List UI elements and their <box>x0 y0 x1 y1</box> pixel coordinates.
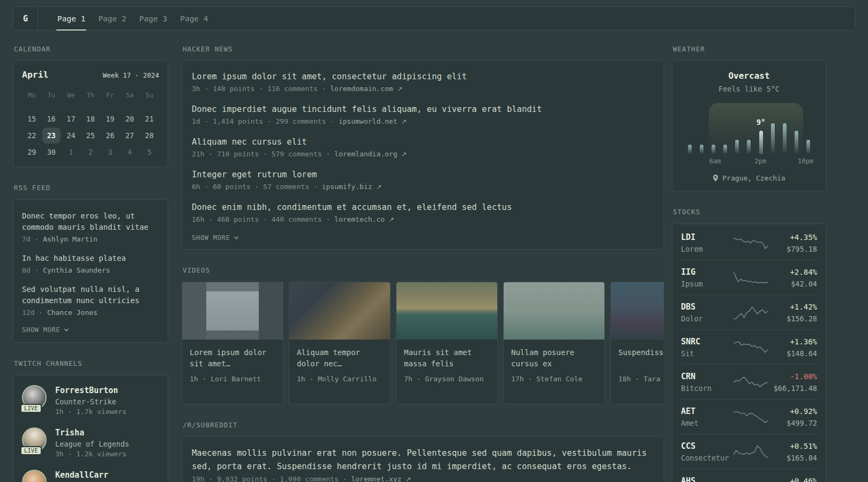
stock-symbol[interactable]: DBS <box>681 302 732 312</box>
twitch-channel-row[interactable]: LIVE KendallCarr <box>22 470 159 482</box>
stock-row[interactable]: IIG Ipsum +2.84% $42.04 <box>681 260 817 295</box>
calendar-day[interactable]: 30 <box>42 144 61 160</box>
hackernews-item-domain[interactable]: ipsumworld.net <box>339 117 398 125</box>
stock-symbol[interactable]: LDI <box>681 232 732 243</box>
video-thumbnail[interactable] <box>289 282 390 340</box>
stock-symbol[interactable]: AET <box>681 406 732 417</box>
page-tab[interactable]: Page 2 <box>92 7 132 30</box>
stock-sparkline <box>732 270 769 286</box>
calendar-day[interactable]: 2 <box>81 144 100 160</box>
calendar-day[interactable]: 1 <box>62 144 80 160</box>
video-title[interactable]: Lorem ipsum dolor sit amet consectetu… <box>190 347 275 370</box>
page-tab-label: Page 2 <box>98 14 126 23</box>
stock-symbol[interactable]: CCS <box>681 441 732 451</box>
subreddit-post[interactable]: Maecenas mollis pulvinar erat non posuer… <box>192 447 654 482</box>
video-title[interactable]: Aliquam tempor dolor nec pharetra… <box>297 347 383 370</box>
video-thumbnail[interactable] <box>396 282 497 340</box>
hackernews-item-domain[interactable]: ipsumify.biz <box>322 183 372 191</box>
hackernews-item[interactable]: Donec imperdiet augue tincidunt felis al… <box>192 103 654 125</box>
stock-price: $165.84 <box>787 454 817 462</box>
twitch-channel-row[interactable]: LIVE Trisha League of Legends 3h · 1.2k … <box>22 427 159 458</box>
stock-sparkline <box>732 235 769 251</box>
hackernews-item-domain[interactable]: loremlandia.org <box>334 150 397 158</box>
hackernews-item-stats: 3h · 148 points · 116 comments · <box>192 85 330 93</box>
weather-time-tick: 10pm <box>798 157 813 165</box>
calendar-day[interactable]: 25 <box>81 127 100 144</box>
calendar-day[interactable]: 28 <box>140 127 159 144</box>
video-card[interactable]: Lorem ipsum dolor sit amet consectetu… 1… <box>182 282 283 404</box>
page-tab[interactable]: Page 1 <box>51 7 92 30</box>
calendar-day[interactable]: 27 <box>121 127 139 144</box>
stock-symbol[interactable]: SNRC <box>681 337 732 347</box>
video-card[interactable]: Nullam posuere cursus ex 17h · Stefan Co… <box>503 282 605 404</box>
hackernews-item-title[interactable]: Donec imperdiet augue tincidunt felis al… <box>192 103 654 116</box>
page-tab[interactable]: Page 3 <box>133 7 174 30</box>
calendar-day[interactable]: 16 <box>42 111 61 127</box>
video-thumbnail[interactable] <box>504 282 604 340</box>
video-title[interactable]: Mauris sit amet massa felis <box>404 347 490 370</box>
calendar-day[interactable]: 3 <box>101 144 119 160</box>
rss-item[interactable]: In hac habitasse platea 8d · Cynthia Sau… <box>22 253 159 274</box>
stock-row[interactable]: AHS Adipiscing +0.46% $88.20 <box>681 469 817 482</box>
calendar-day[interactable]: 15 <box>23 111 41 127</box>
hackernews-item[interactable]: Aliquam nec cursus elit 21h · 710 points… <box>192 136 654 158</box>
video-title[interactable]: Suspendisse diam <box>618 347 664 370</box>
stock-row[interactable]: AET Amet +0.92% $499.72 <box>681 399 817 434</box>
video-title[interactable]: Nullam posuere cursus ex <box>511 347 597 370</box>
calendar-day[interactable]: 21 <box>140 111 159 127</box>
rss-item-title[interactable]: Sed volutpat nulla nisl, a condimentum n… <box>22 284 159 306</box>
stock-row[interactable]: SNRC Sit +1.36% $148.64 <box>681 329 817 364</box>
hackernews-item-domain[interactable]: loremtech.co <box>334 215 385 223</box>
stock-symbol[interactable]: IIG <box>681 267 732 277</box>
hackernews-item[interactable]: Integer eget rutrum lorem 6h · 60 points… <box>192 169 654 191</box>
hackernews-item-title[interactable]: Integer eget rutrum lorem <box>192 169 654 181</box>
hackernews-item[interactable]: Lorem ipsum dolor sit amet, consectetur … <box>192 71 654 93</box>
hackernews-item[interactable]: Donec enim nibh, condimentum et accumsan… <box>192 201 654 223</box>
twitch-channel-row[interactable]: LIVE ForrestBurton Counter-Strike 1h · 1… <box>22 385 159 416</box>
subreddit-post-domain[interactable]: loremnet.xyz <box>351 475 401 482</box>
stock-row[interactable]: LDI Lorem +4.35% $795.18 <box>681 225 817 260</box>
calendar-day[interactable]: 20 <box>121 111 139 127</box>
rss-item-title[interactable]: Donec tempor eros leo, ut commodo mauris… <box>22 210 159 233</box>
stock-row[interactable]: DBS Dolor +1.42% $156.28 <box>681 295 817 329</box>
calendar-day[interactable]: 17 <box>62 111 80 127</box>
stock-symbol[interactable]: AHS <box>681 476 732 482</box>
hackernews-list: Lorem ipsum dolor sit amet, consectetur … <box>192 71 654 223</box>
rss-item[interactable]: Sed volutpat nulla nisl, a condimentum n… <box>22 284 159 317</box>
hackernews-item-title[interactable]: Lorem ipsum dolor sit amet, consectetur … <box>192 71 654 83</box>
calendar-day[interactable]: 23 <box>42 127 61 144</box>
hackernews-item-domain[interactable]: loremdomain.com <box>330 85 393 93</box>
hackernews-item-title[interactable]: Donec enim nibh, condimentum et accumsan… <box>192 201 654 214</box>
app-logo[interactable]: G <box>13 7 38 30</box>
calendar-day[interactable]: 5 <box>140 144 159 160</box>
video-card[interactable]: Aliquam tempor dolor nec pharetra… 1h · … <box>289 282 391 404</box>
calendar-day[interactable]: 22 <box>23 127 41 144</box>
video-thumbnail[interactable] <box>182 282 283 340</box>
video-thumbnail[interactable] <box>611 282 664 340</box>
calendar-week-info: Week 17 · 2024 <box>103 71 159 79</box>
stock-values: +0.46% $88.20 <box>790 476 817 482</box>
calendar-day[interactable]: 26 <box>101 127 119 144</box>
subreddit-post-title[interactable]: Maecenas mollis pulvinar erat non posuer… <box>192 447 654 473</box>
weather-location[interactable]: Prague, Czechia <box>683 174 815 182</box>
stock-row[interactable]: CRN Bitcorn -1.00% $66,171.48 <box>681 364 817 399</box>
rss-item[interactable]: Donec tempor eros leo, ut commodo mauris… <box>22 210 159 243</box>
page-tab[interactable]: Page 4 <box>174 7 214 30</box>
hackernews-show-more-button[interactable]: SHOW MORE <box>192 234 654 242</box>
twitch-channel-name[interactable]: Trisha <box>55 427 129 438</box>
hackernews-item-title[interactable]: Aliquam nec cursus elit <box>192 136 654 148</box>
twitch-channel-name[interactable]: KendallCarr <box>55 470 108 480</box>
rss-show-more-button[interactable]: SHOW MORE <box>22 326 159 334</box>
video-card[interactable]: Suspendisse diam 18h · Tara <box>610 282 664 404</box>
calendar-day[interactable]: 18 <box>81 111 100 127</box>
calendar-day[interactable]: 29 <box>23 144 41 160</box>
show-more-label: SHOW MORE <box>192 234 230 242</box>
stock-row[interactable]: CCS Consectetur +0.51% $165.84 <box>681 434 817 469</box>
calendar-day[interactable]: 4 <box>121 144 139 160</box>
calendar-day[interactable]: 24 <box>62 127 80 144</box>
rss-item-title[interactable]: In hac habitasse platea <box>22 253 159 264</box>
calendar-day[interactable]: 19 <box>101 111 119 127</box>
video-card[interactable]: Mauris sit amet massa felis 7h · Grayson… <box>396 282 498 404</box>
twitch-channel-name[interactable]: ForrestBurton <box>55 385 126 396</box>
stock-symbol[interactable]: CRN <box>681 372 732 382</box>
